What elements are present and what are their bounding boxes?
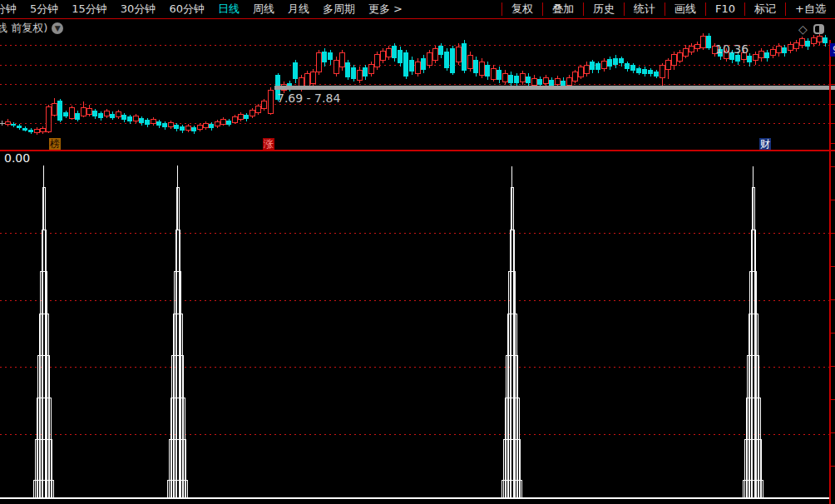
chevron-down-icon[interactable]: ▼ — [52, 22, 63, 34]
period-menu: 分钟 5分钟 15分钟 30分钟 60分钟 日线 周线 月线 多周期 更多 > — [0, 2, 409, 17]
chart-subtitle-row: 线 前复权) ▼ — [0, 19, 63, 37]
menu-item-multiperiod[interactable]: 多周期 — [316, 2, 362, 17]
price-range-label: 7.69 - 7.84 — [277, 91, 340, 105]
marker-badge-cai: 财 — [759, 138, 771, 150]
add-watchlist-button[interactable]: +自选 — [785, 2, 835, 16]
f10-button[interactable]: F10 — [705, 2, 744, 16]
menu-item-daily[interactable]: 日线 — [211, 2, 246, 17]
draw-line-button[interactable]: 画线 — [665, 2, 705, 16]
adjust-price-button[interactable]: 复权 — [501, 2, 542, 16]
tool-buttons: 复权 叠加 历史 统计 画线 F10 标记 +自选 — [501, 0, 835, 18]
menu-item-5min[interactable]: 5分钟 — [23, 2, 65, 17]
statistics-button[interactable]: 统计 — [624, 2, 665, 16]
menu-item-30min[interactable]: 30分钟 — [114, 2, 163, 17]
menu-item-60min[interactable]: 60分钟 — [162, 2, 211, 17]
right-axis-price-badge: 9 — [830, 43, 835, 57]
menu-item-more[interactable]: 更多 > — [362, 2, 409, 17]
diamond-icon[interactable]: ◇ — [798, 23, 808, 35]
menu-item-minute[interactable]: 分钟 — [0, 2, 23, 17]
history-button[interactable]: 历史 — [583, 2, 624, 16]
top-toolbar: 分钟 5分钟 15分钟 30分钟 60分钟 日线 周线 月线 多周期 更多 > … — [0, 0, 835, 19]
overlay-button[interactable]: 叠加 — [542, 2, 583, 16]
panel-layout-icon[interactable] — [813, 24, 824, 34]
indicator-value-label: 0.00 — [4, 151, 30, 165]
trading-app-window: { "toolbar": { "left_items": ["分钟","5分钟"… — [0, 0, 835, 504]
chart-corner-icons: ◇ — [798, 23, 824, 35]
chart-canvas[interactable] — [0, 0, 835, 504]
menu-item-weekly[interactable]: 周线 — [246, 2, 281, 17]
mark-button[interactable]: 标记 — [744, 2, 785, 16]
menu-item-monthly[interactable]: 月线 — [281, 2, 316, 17]
marker-badge-bang: 榜 — [49, 138, 61, 150]
chart-subtitle: 线 前复权) — [0, 21, 47, 36]
high-price-label: 10.36 — [715, 42, 749, 56]
marker-badge-zhang: 涨 — [263, 138, 274, 150]
menu-item-15min[interactable]: 15分钟 — [65, 2, 114, 17]
